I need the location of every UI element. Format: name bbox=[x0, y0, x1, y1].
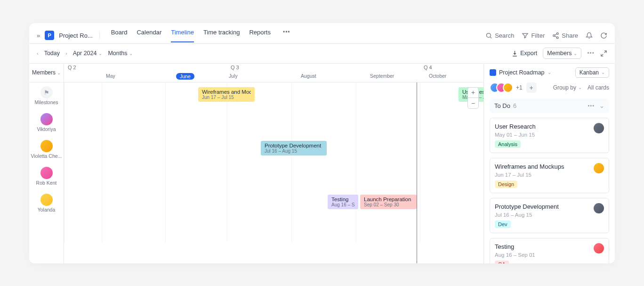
search-label: Search bbox=[495, 32, 514, 39]
gantt-bar[interactable]: Launch PreparationSep 02 – Sep 30 bbox=[360, 195, 417, 209]
row-name: Viktoriya bbox=[37, 126, 56, 132]
group-by-selector[interactable]: Group by ⌄ bbox=[553, 84, 582, 91]
bell-icon[interactable] bbox=[586, 32, 593, 39]
filter-icon bbox=[522, 32, 529, 39]
panel-subheader: +1 + Group by ⌄ All cards bbox=[490, 82, 609, 93]
quarter-label: Q 2 bbox=[66, 64, 76, 70]
refresh-icon[interactable] bbox=[600, 32, 607, 39]
card-tag: Analysis bbox=[495, 140, 521, 148]
avatar bbox=[40, 167, 53, 179]
filter-button[interactable]: Filter bbox=[522, 32, 545, 39]
chevron-down-icon: ⌄ bbox=[573, 51, 577, 56]
toolbar: ‹ Today › Apr 2024 ⌄ Months ⌄ Export Mem… bbox=[29, 44, 615, 64]
gantt-bar[interactable]: Wireframes and MockuJun 17 – Jul 15 bbox=[198, 87, 255, 102]
tab-more-icon[interactable]: ••• bbox=[283, 29, 290, 42]
search-icon bbox=[485, 32, 492, 39]
panel-project-name: Project Roadmap bbox=[499, 69, 545, 76]
card-tag: QA bbox=[495, 261, 509, 263]
search-button[interactable]: Search bbox=[485, 32, 514, 39]
grid-area: Q 2Q 3Q 4 MayJuneJulyAugustSeptemberOcto… bbox=[64, 64, 483, 263]
today-button[interactable]: Today bbox=[44, 50, 60, 57]
avatar bbox=[594, 243, 604, 253]
card-date: May 01 – Jun 15 bbox=[495, 132, 536, 138]
card-tag: Dev bbox=[495, 221, 511, 228]
toolbar-left: ‹ Today › Apr 2024 ⌄ Months ⌄ bbox=[37, 50, 133, 57]
month-label: August bbox=[301, 73, 316, 79]
panel-project-selector[interactable]: Project Roadmap ⌄ bbox=[490, 69, 551, 76]
gantt-row bbox=[64, 244, 483, 263]
tab-calendar[interactable]: Calendar bbox=[137, 29, 161, 42]
month-selector[interactable]: Apr 2024 ⌄ bbox=[73, 50, 103, 57]
next-arrow-icon[interactable]: › bbox=[65, 50, 67, 56]
avatar[interactable] bbox=[503, 82, 513, 93]
tab-reports[interactable]: Reports bbox=[249, 29, 271, 42]
bar-date: Aug 16 – Se bbox=[331, 202, 354, 207]
avatar bbox=[40, 113, 53, 125]
month-label: September bbox=[370, 73, 394, 79]
card-date: Jul 16 – Aug 15 bbox=[495, 212, 559, 218]
avatar bbox=[594, 123, 604, 133]
column-collapse-icon[interactable]: ⌄ bbox=[599, 102, 604, 109]
avatar bbox=[40, 194, 53, 206]
row-label[interactable]: Rob Kent bbox=[29, 163, 64, 190]
card[interactable]: TestingAug 16 – Sep 01QA bbox=[490, 238, 609, 263]
card[interactable]: Wireframes and MockupsJun 17 – Jul 15Des… bbox=[490, 158, 609, 193]
row-label[interactable]: ⚑Milestones bbox=[29, 82, 64, 109]
export-button[interactable]: Export bbox=[511, 50, 537, 57]
card[interactable]: User ResearchMay 01 – Jun 15Analysis bbox=[490, 118, 609, 153]
quarter-label: Q 4 bbox=[422, 64, 432, 70]
row-name: Milestones bbox=[34, 99, 58, 105]
toolbar-right: Export Members ⌄ ••• bbox=[511, 48, 607, 59]
card[interactable]: Prototype DevelopmentJul 16 – Aug 15Dev bbox=[490, 198, 609, 233]
group-by-label: Group by bbox=[553, 84, 576, 91]
month-label: July bbox=[229, 73, 238, 79]
avatar-overflow-count[interactable]: +1 bbox=[516, 84, 523, 91]
row-label[interactable]: Violetta Che... bbox=[29, 136, 64, 163]
card-title: User Research bbox=[495, 123, 536, 130]
panel-header: Project Roadmap ⌄ Kanban ⌄ bbox=[490, 67, 609, 78]
avatar bbox=[594, 163, 604, 173]
bar-title: Wireframes and Mocku bbox=[202, 89, 251, 95]
members-header[interactable]: Members ⌄ bbox=[29, 64, 64, 82]
row-label[interactable]: Yolanda bbox=[29, 190, 64, 217]
expand-icon[interactable] bbox=[600, 50, 607, 57]
add-member-button[interactable]: + bbox=[526, 82, 537, 93]
tab-time-tracking[interactable]: Time tracking bbox=[203, 29, 240, 42]
chevron-down-icon: ⌄ bbox=[578, 85, 582, 90]
gantt-bar[interactable]: Prototype DevelopmentJul 16 – Aug 15 bbox=[261, 141, 327, 155]
assignee-avatars: +1 + bbox=[490, 82, 537, 93]
project-name[interactable]: Project Ro... bbox=[59, 32, 93, 39]
gantt-bar[interactable]: TestingAug 16 – Se bbox=[328, 195, 358, 209]
members-selector[interactable]: Members ⌄ bbox=[543, 48, 581, 59]
column-more-icon[interactable]: ••• bbox=[588, 103, 595, 108]
expand-breadcrumb-icon[interactable]: » bbox=[37, 32, 40, 39]
card-date: Aug 16 – Sep 01 bbox=[495, 252, 535, 258]
share-button[interactable]: Share bbox=[552, 32, 578, 39]
chevron-down-icon: ⌄ bbox=[57, 70, 61, 75]
row-name: Rob Kent bbox=[36, 180, 57, 186]
chevron-down-icon: ⌄ bbox=[547, 70, 551, 75]
zoom-in-button[interactable]: + bbox=[468, 88, 478, 98]
avatar bbox=[40, 140, 53, 152]
gantt: LaunchSep 30User ResearchMay 01 – Jun 15… bbox=[64, 82, 483, 217]
tab-board[interactable]: Board bbox=[111, 29, 128, 42]
months-row: MayJuneJulyAugustSeptemberOctober bbox=[64, 73, 483, 82]
month-label: October bbox=[429, 73, 446, 79]
view-mode-selector[interactable]: Months ⌄ bbox=[108, 50, 133, 57]
header-right: Search Filter Share bbox=[485, 32, 607, 39]
bar-date: Jul 16 – Aug 15 bbox=[265, 148, 323, 154]
row-label[interactable]: Viktoriya bbox=[29, 109, 64, 136]
members-label: Members bbox=[547, 50, 572, 57]
more-options-icon[interactable]: ••• bbox=[587, 50, 595, 57]
export-label: Export bbox=[520, 50, 537, 57]
all-cards-button[interactable]: All cards bbox=[588, 84, 609, 91]
timeline-area: Members ⌄ ⚑MilestonesViktoriyaVioletta C… bbox=[29, 64, 484, 263]
zoom-out-button[interactable]: − bbox=[468, 98, 478, 108]
view-kanban-button[interactable]: Kanban ⌄ bbox=[575, 67, 609, 78]
card-tag: Design bbox=[495, 180, 517, 188]
share-label: Share bbox=[562, 32, 578, 39]
prev-arrow-icon[interactable]: ‹ bbox=[37, 50, 39, 56]
tab-timeline[interactable]: Timeline bbox=[171, 29, 194, 42]
header: » P Project Ro... Board Calendar Timelin… bbox=[29, 23, 615, 44]
zoom-control: + − bbox=[467, 87, 479, 109]
